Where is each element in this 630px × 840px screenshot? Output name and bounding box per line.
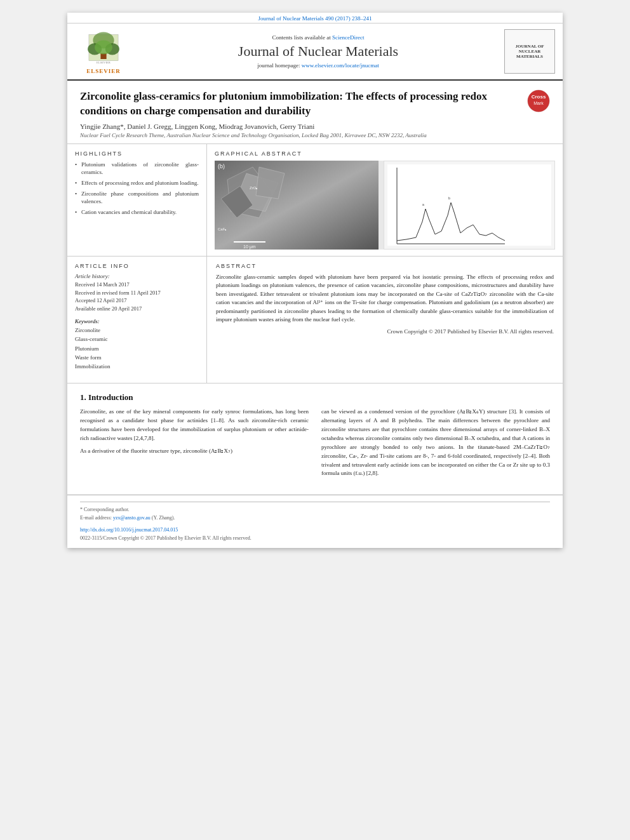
svg-point-5 <box>95 40 112 54</box>
svg-rect-20 <box>387 164 551 246</box>
microscopy-image: (b) CaF₂ ZrO₂ 10 μm <box>215 161 379 250</box>
introduction-content: Zirconolite, as one of the key mineral c… <box>80 408 550 483</box>
journal-header: ELSEVIER ELSEVIER Contents lists availab… <box>67 23 563 81</box>
svg-text:(b): (b) <box>218 163 225 170</box>
history-title: Article history: <box>75 273 199 279</box>
svg-text:10 μm: 10 μm <box>243 244 256 250</box>
keywords-section: Keywords: Zirconolite Glass-ceramic Plut… <box>75 318 199 371</box>
sciencedirect-link[interactable]: ScienceDirect <box>332 34 364 41</box>
contents-line: Contents lists available at ScienceDirec… <box>132 34 504 41</box>
introduction-col-left: Zirconolite, as one of the key mineral c… <box>80 408 309 483</box>
svg-text:Mark: Mark <box>533 101 544 105</box>
article-info-column: ARTICLE INFO Article history: Received 1… <box>67 257 207 383</box>
journal-title: Journal of Nuclear Materials <box>132 43 504 60</box>
available-date: Available online 20 April 2017 <box>75 305 199 313</box>
keyword-plutonium: Plutonium <box>75 344 199 353</box>
highlights-list: Plutonium validations of zirconolite gla… <box>75 161 199 217</box>
svg-text:a: a <box>422 203 424 206</box>
spectral-chart: a b 4.12 4.14 4.16 4.18 4.20 <box>384 161 555 250</box>
svg-text:CaF₂: CaF₂ <box>218 227 227 231</box>
issn-line: 0022-3115/Crown Copyright © 2017 Publish… <box>80 535 550 543</box>
graphical-abstract-column: GRAPHICAL ABSTRACT <box>207 144 563 256</box>
elsevier-logo-left: ELSEVIER ELSEVIER <box>75 29 132 74</box>
highlights-label: HIGHLIGHTS <box>75 150 199 157</box>
intro-para-1: Zirconolite, as one of the key mineral c… <box>80 408 309 443</box>
abstract-copyright: Crown Copyright © 2017 Published by Else… <box>216 328 554 335</box>
keyword-waste-form: Waste form <box>75 353 199 362</box>
keyword-glass-ceramic: Glass-ceramic <box>75 335 199 343</box>
svg-text:ELSEVIER: ELSEVIER <box>97 61 111 64</box>
doi-link[interactable]: http://dx.doi.org/10.1016/j.jnucmat.2017… <box>80 527 178 533</box>
highlights-graphical-section: HIGHLIGHTS Plutonium validations of zirc… <box>67 144 563 257</box>
journal-center: Contents lists available at ScienceDirec… <box>132 34 504 69</box>
article-title: Zirconolite glass-ceramics for plutonium… <box>80 90 521 119</box>
elsevier-tree-icon: ELSEVIER <box>81 29 126 67</box>
email-note: E-mail address: yzx@ansto.gov.au (Y. Zha… <box>80 514 550 523</box>
keyword-immobilization: Immobilization <box>75 362 199 371</box>
accepted-date: Accepted 12 April 2017 <box>75 297 199 305</box>
keyword-zirconolite: Zirconolite <box>75 326 199 335</box>
introduction-title: 1. Introduction <box>80 392 550 403</box>
top-reference-bar: Journal of Nuclear Materials 490 (2017) … <box>67 13 563 23</box>
intro-para-3: can be viewed as a condensed version of … <box>321 408 550 479</box>
keywords-title: Keywords: <box>75 318 199 324</box>
article-title-section: Zirconolite glass-ceramics for plutonium… <box>67 81 563 144</box>
introduction-col-right: can be viewed as a condensed version of … <box>321 408 550 483</box>
graphical-abstract-image: (b) CaF₂ ZrO₂ 10 μm <box>215 161 555 250</box>
page-footer: * Corresponding author. E-mail address: … <box>67 495 563 547</box>
abstract-column: ABSTRACT Zirconolite glass-ceramic sampl… <box>207 257 563 383</box>
highlight-item: Zirconolite phase compositions and pluto… <box>75 190 199 206</box>
article-info-label: ARTICLE INFO <box>75 263 199 269</box>
authors-line: Yingjie Zhang*, Daniel J. Gregg, Linggen… <box>80 123 550 130</box>
doi-line: http://dx.doi.org/10.1016/j.jnucmat.2017… <box>80 526 550 535</box>
article-history: Article history: Received 14 March 2017 … <box>75 273 199 313</box>
article-info-abstract-section: ARTICLE INFO Article history: Received 1… <box>67 257 563 383</box>
highlights-column: HIGHLIGHTS Plutonium validations of zirc… <box>67 144 207 256</box>
intro-para-2: As a derivative of the fluorite structur… <box>80 447 309 456</box>
affiliation-line: Nuclear Fuel Cycle Research Theme, Austr… <box>80 132 550 138</box>
abstract-text: Zirconolite glass-ceramic samples doped … <box>216 273 554 324</box>
revised-date: Received in revised form 11 April 2017 <box>75 289 199 297</box>
journal-reference: Journal of Nuclear Materials 490 (2017) … <box>258 15 372 22</box>
highlight-item: Effects of processing redox and plutoniu… <box>75 179 199 187</box>
highlight-item: Cation vacancies and chemical durability… <box>75 208 199 217</box>
journal-homepage: journal homepage: www.elsevier.com/locat… <box>132 62 504 69</box>
highlight-item: Plutonium validations of zirconolite gla… <box>75 161 199 177</box>
svg-text:ZrO₂: ZrO₂ <box>250 186 258 190</box>
elsevier-label: ELSEVIER <box>86 68 121 74</box>
corresponding-author-note: * Corresponding author. <box>80 506 550 514</box>
introduction-section: 1. Introduction Zirconolite, as one of t… <box>67 383 563 491</box>
page: Journal of Nuclear Materials 490 (2017) … <box>67 13 563 548</box>
svg-text:Cross: Cross <box>532 94 546 100</box>
received-date: Received 14 March 2017 <box>75 281 199 289</box>
journal-homepage-link[interactable]: www.elsevier.com/locate/jnucmat <box>302 62 379 69</box>
crossmark-icon: Cross Mark <box>527 90 550 112</box>
abstract-label: ABSTRACT <box>216 263 554 269</box>
journal-cover-image: JOURNAL OF NUCLEAR MATERIALS <box>504 29 555 74</box>
email-link[interactable]: yzx@ansto.gov.au <box>113 515 151 521</box>
graphical-abstract-label: GRAPHICAL ABSTRACT <box>215 150 555 157</box>
svg-text:b: b <box>448 196 450 200</box>
